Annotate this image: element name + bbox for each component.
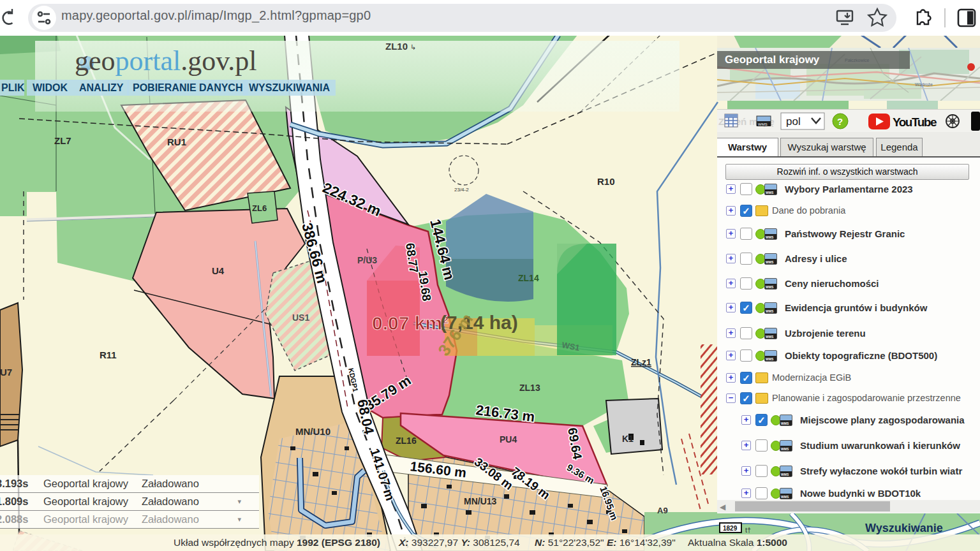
svg-text:MN/U10: MN/U10 <box>295 426 330 437</box>
svg-text:US1: US1 <box>292 312 309 323</box>
svg-text:1829: 1829 <box>723 525 738 532</box>
svg-text:pol: pol <box>786 115 801 128</box>
svg-text:MN/U13: MN/U13 <box>464 496 497 506</box>
svg-text:PU4: PU4 <box>500 434 517 444</box>
svg-text:A9: A9 <box>657 506 668 515</box>
svg-text:R11: R11 <box>100 349 117 360</box>
svg-text:K1: K1 <box>622 434 634 444</box>
svg-text:WMS: WMS <box>758 122 768 126</box>
svg-text:YouTube: YouTube <box>893 115 937 129</box>
svg-text:ZL6: ZL6 <box>252 203 267 213</box>
svg-text:ZL13: ZL13 <box>519 383 540 393</box>
svg-text:ZL16: ZL16 <box>396 436 417 446</box>
svg-text:?: ? <box>837 116 843 127</box>
svg-text:P/U3: P/U3 <box>357 255 377 265</box>
svg-text:R10: R10 <box>597 176 615 187</box>
svg-text:23/4-2: 23/4-2 <box>454 187 469 193</box>
svg-text:U7: U7 <box>0 367 12 378</box>
svg-text:ZL14: ZL14 <box>518 273 539 283</box>
svg-text:0.07 km²: 0.07 km² <box>372 312 449 334</box>
svg-text:RU1: RU1 <box>167 136 186 147</box>
svg-text:U4: U4 <box>212 265 225 276</box>
svg-text:Wądroże: Wądroże <box>915 82 933 87</box>
svg-text:ZLz1: ZLz1 <box>631 357 651 367</box>
svg-text:t†: t† <box>745 526 751 534</box>
svg-text:ZL7: ZL7 <box>54 135 71 146</box>
